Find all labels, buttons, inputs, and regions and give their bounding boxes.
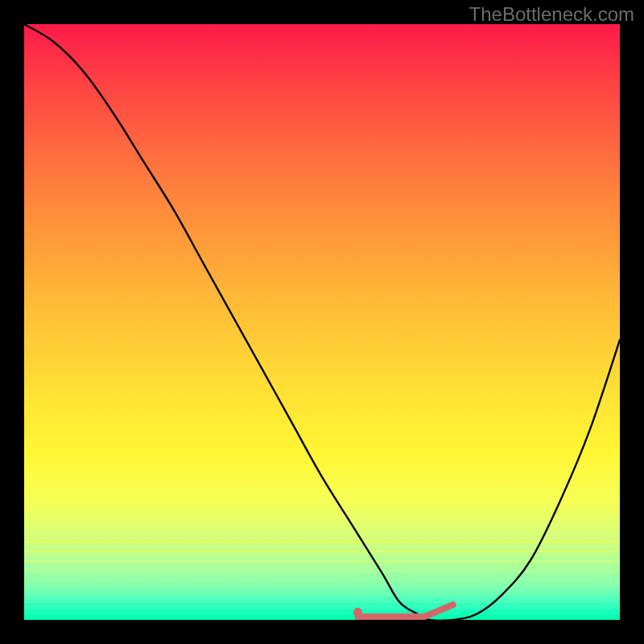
curve-svg (24, 24, 620, 620)
bottleneck-curve (24, 24, 620, 620)
watermark-text: TheBottleneck.com (469, 3, 634, 26)
highlight-dot (353, 608, 362, 617)
chart-root: TheBottleneck.com (0, 0, 644, 644)
plot-area (24, 24, 620, 620)
